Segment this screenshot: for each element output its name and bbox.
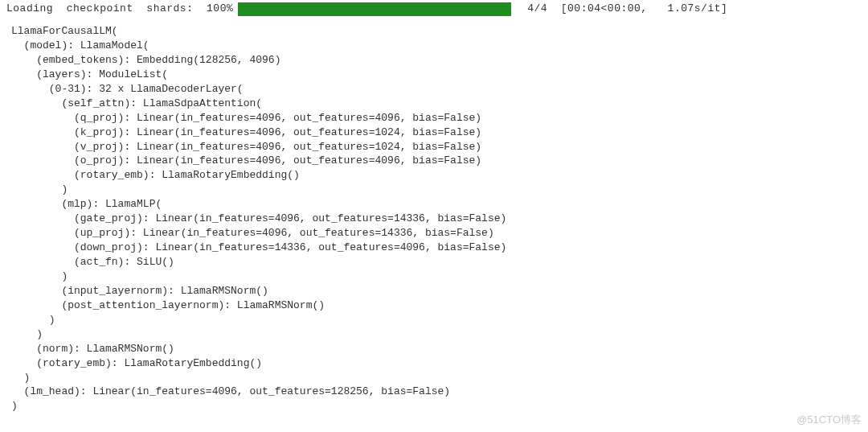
model-structure-output: LlamaForCausalLM( (model): LlamaModel( (…	[0, 18, 868, 413]
progress-stats: 4/4 [00:04<00:00, 1.07s/it]	[527, 2, 727, 16]
progress-bar	[238, 2, 511, 16]
watermark: @51CTO博客	[796, 413, 862, 427]
progress-label: Loading checkpoint shards: 100%	[6, 2, 233, 16]
progress-row: Loading checkpoint shards: 100% 4/4 [00:…	[0, 0, 868, 18]
